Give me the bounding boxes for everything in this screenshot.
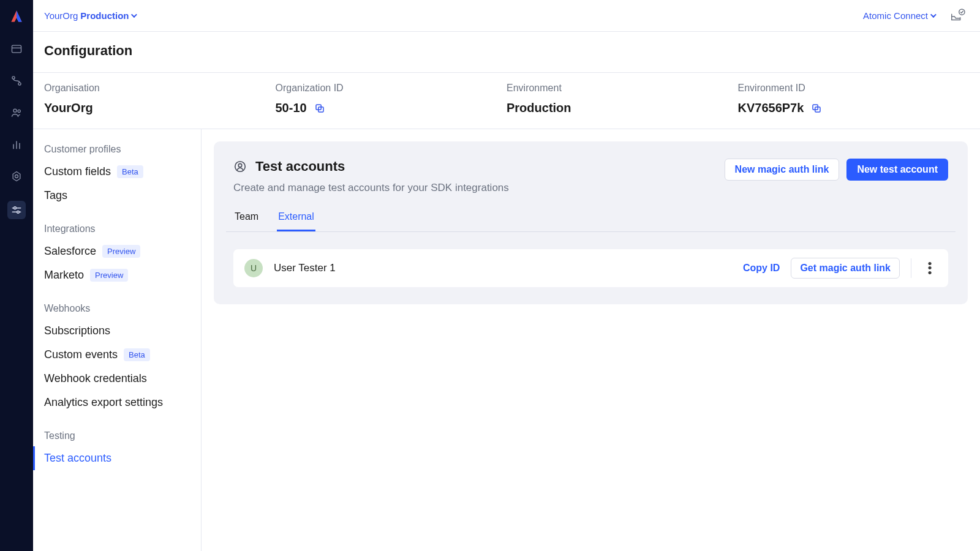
- chevron-down-icon: [930, 12, 937, 18]
- copy-id-button[interactable]: Copy ID: [743, 263, 780, 274]
- meta-organization-id: Organization ID 50-10: [276, 83, 507, 115]
- tab-team[interactable]: Team: [233, 211, 260, 231]
- account-name: User Tester 1: [274, 262, 732, 274]
- app-logo-icon: [9, 9, 24, 24]
- sidebar-item-label: Test accounts: [44, 450, 111, 467]
- svg-point-2: [12, 77, 15, 79]
- meta-label: Environment ID: [738, 83, 970, 94]
- configuration-icon[interactable]: [7, 201, 26, 219]
- avatar: U: [244, 259, 263, 277]
- sidebar-item-label: Tags: [44, 187, 67, 204]
- row-actions: Copy IDGet magic auth link•••: [743, 258, 937, 279]
- svg-point-4: [13, 109, 17, 112]
- svg-point-5: [18, 110, 20, 112]
- test-account-list: UUser Tester 1Copy IDGet magic auth link…: [233, 249, 948, 287]
- sidebar-group-label: Webhooks: [33, 303, 201, 319]
- divider: [911, 258, 911, 278]
- badge: Preview: [90, 269, 128, 282]
- sidebar-group-label: Integrations: [33, 223, 201, 239]
- flows-icon[interactable]: [9, 73, 24, 88]
- sidebar-item-analytics-export-settings[interactable]: Analytics export settings: [33, 391, 201, 414]
- test-account-row: UUser Tester 1Copy IDGet magic auth link…: [233, 249, 948, 287]
- customers-icon[interactable]: [9, 105, 24, 120]
- meta-value: Production: [507, 101, 738, 115]
- org-env-selector[interactable]: YourOrg Production: [44, 10, 135, 21]
- analytics-icon[interactable]: [9, 137, 24, 152]
- svg-point-3: [18, 83, 21, 85]
- sidebar-group-label: Testing: [33, 430, 201, 446]
- body: Customer profilesCustom fieldsBetaTagsIn…: [33, 129, 980, 551]
- tab-external[interactable]: External: [277, 211, 315, 231]
- topbar: YourOrg Production Atomic Connect: [33, 0, 980, 32]
- panel-tabs: TeamExternal: [226, 211, 956, 232]
- test-accounts-panel: Test accounts Create and manage test acc…: [214, 141, 968, 304]
- main-area: YourOrg Production Atomic Connect Config…: [33, 0, 980, 551]
- left-rail: [0, 0, 33, 551]
- svg-point-14: [17, 211, 20, 214]
- preview-tray-icon[interactable]: [949, 9, 965, 23]
- sidebar-item-label: Analytics export settings: [44, 394, 163, 411]
- panel-subtitle: Create and manage test accounts for your…: [233, 182, 712, 194]
- breadcrumb-env: Production: [80, 10, 129, 21]
- copy-icon[interactable]: [314, 103, 325, 114]
- meta-organisation: Organisation YourOrg: [44, 83, 276, 115]
- sidebar-item-label: Salesforce: [44, 243, 96, 260]
- page-title: Configuration: [44, 43, 969, 59]
- meta-label: Environment: [507, 83, 738, 94]
- sidebar-item-custom-fields[interactable]: Custom fieldsBeta: [33, 160, 201, 184]
- sidebar-item-label: Custom events: [44, 347, 118, 363]
- atomic-connect-link[interactable]: Atomic Connect: [863, 10, 935, 21]
- badge: Beta: [124, 348, 150, 362]
- sidebar-item-label: Custom fields: [44, 163, 111, 180]
- connect-label: Atomic Connect: [863, 10, 928, 21]
- svg-marker-9: [13, 172, 20, 181]
- badge: Preview: [102, 245, 140, 258]
- svg-point-21: [238, 163, 242, 167]
- breadcrumb-org: YourOrg: [44, 10, 78, 21]
- sidebar-item-custom-events[interactable]: Custom eventsBeta: [33, 343, 201, 367]
- sidebar-item-tags[interactable]: Tags: [33, 184, 201, 208]
- content: Test accounts Create and manage test acc…: [202, 129, 980, 551]
- account-icon: [233, 160, 247, 173]
- sidebar-item-label: Subscriptions: [44, 323, 110, 339]
- new-magic-auth-link-button[interactable]: New magic auth link: [725, 159, 840, 181]
- sidebar-group-label: Customer profiles: [33, 144, 201, 160]
- svg-point-20: [235, 162, 246, 172]
- config-sidebar: Customer profilesCustom fieldsBetaTagsIn…: [33, 129, 202, 551]
- chevron-down-icon: [131, 12, 137, 18]
- new-test-account-button[interactable]: New test account: [846, 159, 948, 181]
- meta-value: KV7656P7k: [738, 101, 804, 115]
- meta-label: Organisation: [44, 83, 276, 94]
- page-header: Configuration: [33, 32, 980, 73]
- meta-row: Organisation YourOrg Organization ID 50-…: [33, 73, 980, 129]
- panel-title: Test accounts: [255, 159, 345, 174]
- svg-rect-0: [12, 45, 21, 53]
- copy-icon[interactable]: [811, 103, 822, 114]
- get-magic-auth-link-button[interactable]: Get magic auth link: [791, 258, 900, 279]
- sidebar-item-test-accounts[interactable]: Test accounts: [33, 446, 201, 470]
- settings-icon[interactable]: [9, 169, 24, 184]
- meta-environment: Environment Production: [507, 83, 738, 115]
- sidebar-item-marketo[interactable]: MarketoPreview: [33, 263, 201, 287]
- svg-point-12: [14, 207, 17, 209]
- sidebar-item-salesforce[interactable]: SalesforcePreview: [33, 239, 201, 263]
- sidebar-item-subscriptions[interactable]: Subscriptions: [33, 319, 201, 343]
- more-actions-icon[interactable]: •••: [922, 261, 937, 276]
- cards-icon[interactable]: [9, 42, 24, 56]
- svg-point-10: [15, 175, 18, 178]
- sidebar-item-label: Webhook credentials: [44, 370, 147, 387]
- meta-value: YourOrg: [44, 101, 276, 115]
- badge: Beta: [117, 165, 143, 179]
- panel-header: Test accounts Create and manage test acc…: [233, 159, 948, 194]
- meta-environment-id: Environment ID KV7656P7k: [738, 83, 970, 115]
- meta-label: Organization ID: [276, 83, 507, 94]
- sidebar-item-label: Marketo: [44, 267, 84, 283]
- sidebar-item-webhook-credentials[interactable]: Webhook credentials: [33, 367, 201, 391]
- meta-value: 50-10: [276, 101, 307, 115]
